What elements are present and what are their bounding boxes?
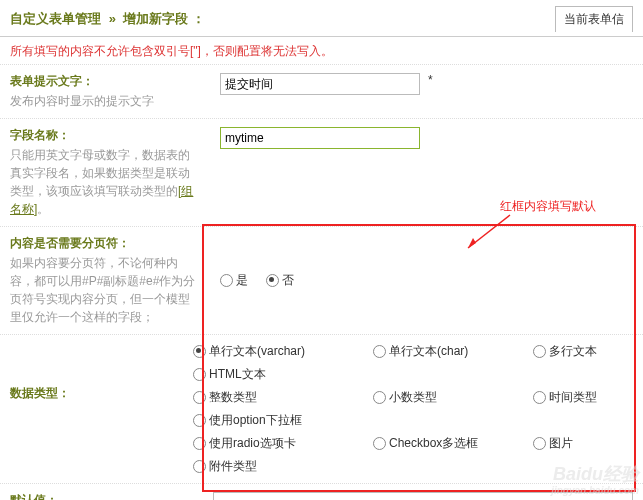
breadcrumb-bar: 自定义表单管理 » 增加新字段 ： 当前表单信	[0, 0, 643, 37]
label-field-name: 字段名称：	[10, 127, 200, 144]
crumb-sep: »	[109, 11, 116, 26]
radio-icon	[373, 391, 386, 404]
crumb-a[interactable]: 自定义表单管理	[10, 11, 101, 26]
paging-no[interactable]: 否	[266, 272, 294, 289]
radio-icon	[533, 391, 546, 404]
row-paging: 内容是否需要分页符： 如果内容要分页符，不论何种内容，都可以用#P#副标题#e#…	[0, 226, 643, 334]
desc-field-name: 只能用英文字母或数字，数据表的真实字段名，如果数据类型是联动类型，该项应该填写联…	[10, 146, 200, 218]
radio-icon	[193, 414, 206, 427]
radio-icon	[220, 274, 233, 287]
desc-paging: 如果内容要分页符，不论何种内容，都可以用#P#副标题#e#作为分页符号实现内容分…	[10, 254, 200, 326]
radio-icon	[533, 437, 546, 450]
dtype-char[interactable]: 单行文本(char)	[373, 343, 513, 360]
input-display-text[interactable]	[220, 73, 420, 95]
row-display-text: 表单提示文字： 发布内容时显示的提示文字 *	[0, 64, 643, 118]
dtype-option[interactable]: 使用option下拉框	[193, 412, 633, 429]
dtype-varchar[interactable]: 单行文本(varchar)	[193, 343, 353, 360]
dtype-multiline[interactable]: 多行文本	[533, 343, 633, 360]
label-paging: 内容是否需要分页符：	[10, 235, 200, 252]
radio-icon	[193, 437, 206, 450]
breadcrumb: 自定义表单管理 » 增加新字段 ：	[10, 10, 555, 28]
tab-current-form[interactable]: 当前表单信	[555, 6, 633, 32]
radio-icon	[193, 391, 206, 404]
dtype-float[interactable]: 小数类型	[373, 389, 513, 406]
dtype-checkbox[interactable]: Checkbox多选框	[373, 435, 513, 452]
annotation-hint: 红框内容填写默认	[500, 198, 596, 215]
warning-text: 所有填写的内容不允许包含双引号["]，否则配置将无法写入。	[0, 37, 643, 64]
dtype-time[interactable]: 时间类型	[533, 389, 633, 406]
watermark: Baidu经验 jingyan.baidu.com	[551, 465, 639, 496]
radio-icon	[533, 345, 546, 358]
crumb-b: 增加新字段	[123, 11, 188, 26]
label-display-text: 表单提示文字：	[10, 73, 200, 90]
dtype-img[interactable]: 图片	[533, 435, 633, 452]
radio-icon	[266, 274, 279, 287]
label-default: 默认值：	[10, 492, 193, 500]
radio-icon	[373, 437, 386, 450]
radio-icon	[193, 345, 206, 358]
dtype-html[interactable]: HTML文本	[193, 366, 633, 383]
input-field-name[interactable]	[220, 127, 420, 149]
radio-icon	[193, 368, 206, 381]
dtype-radio[interactable]: 使用radio选项卡	[193, 435, 353, 452]
row-data-type: 数据类型： 单行文本(varchar) 单行文本(char) 多行文本 HTML…	[0, 334, 643, 483]
label-data-type: 数据类型：	[10, 385, 173, 402]
link-group-name[interactable]: [组名称]	[10, 184, 193, 216]
required-mark: *	[428, 73, 433, 87]
radio-icon	[193, 460, 206, 473]
dtype-int[interactable]: 整数类型	[193, 389, 353, 406]
row-default: 默认值： 如果定义数据类型为select、radio、checkbox时，此处填…	[0, 483, 643, 500]
paging-yes[interactable]: 是	[220, 272, 248, 289]
radio-icon	[373, 345, 386, 358]
crumb-colon: ：	[192, 11, 205, 26]
desc-display-text: 发布内容时显示的提示文字	[10, 92, 200, 110]
